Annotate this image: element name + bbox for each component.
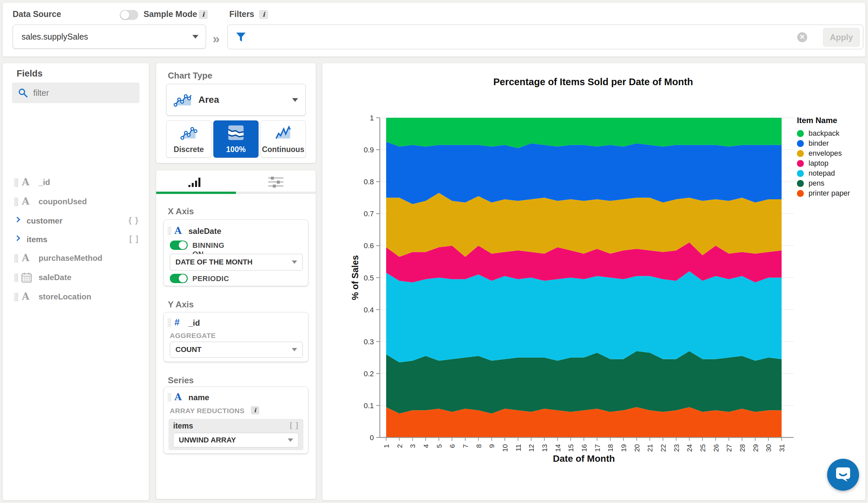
bin-unit-value: DATE OF THE MONTH — [175, 258, 252, 266]
x-tick-label: 11 — [514, 444, 522, 451]
filter-query-input[interactable] — [251, 26, 789, 48]
stacked-area-chart: 00.10.20.30.40.50.60.70.80.9112345678910… — [322, 63, 865, 500]
x-tick-label: 1 — [382, 444, 390, 448]
data-source-select[interactable]: sales.supplySales — [13, 24, 206, 49]
x-tick-label: 5 — [435, 444, 443, 448]
calendar-icon — [21, 272, 32, 283]
chart-type-value: Area — [198, 94, 219, 105]
x-tick-label: 18 — [607, 444, 614, 452]
array-type-icon: [ ] — [129, 234, 139, 243]
field-label: couponUsed — [39, 197, 87, 206]
x-tick-label: 25 — [699, 444, 706, 452]
chart-type-select[interactable]: Area — [166, 84, 306, 116]
area-series-pens — [386, 351, 782, 413]
x-tick-label: 30 — [765, 444, 772, 452]
field-row-id[interactable]: A _id — [3, 175, 149, 190]
array-reductions-info-icon[interactable]: i — [251, 406, 259, 414]
series-section-title: Series — [168, 375, 194, 385]
y-axis-title: % of Sales — [350, 255, 360, 300]
active-tab-indicator — [156, 192, 236, 194]
field-label: storeLocation — [39, 292, 91, 301]
chat-widget-button[interactable] — [827, 459, 859, 491]
filter-bar: ✕ Apply — [227, 24, 863, 49]
field-row-items[interactable]: items [ ] — [3, 232, 149, 248]
chevron-down-icon — [193, 35, 198, 39]
reduction-select[interactable]: UNWIND ARRAY — [173, 433, 299, 447]
x-axis-title: Date of Month — [553, 453, 615, 464]
aggregate-select[interactable]: COUNT — [170, 342, 303, 358]
tab-customize[interactable] — [236, 170, 316, 192]
legend-items: backpackbinderenvelopeslaptopnotepadpens… — [797, 128, 863, 198]
binning-toggle[interactable] — [170, 241, 188, 250]
variant-discrete-button[interactable]: Discrete — [166, 120, 211, 158]
chevron-right-icon — [14, 235, 20, 241]
toggle-knob — [179, 241, 187, 249]
x-tick-label: 15 — [567, 444, 575, 452]
field-label: _id — [39, 178, 50, 187]
sample-mode-info-icon[interactable]: i — [199, 10, 208, 19]
variant-continuous-button[interactable]: Continuous — [260, 120, 306, 158]
y-tick-label: 0.8 — [363, 178, 374, 186]
legend-swatch-icon — [797, 190, 804, 197]
variant-100-button[interactable]: 100% — [213, 120, 259, 158]
drag-handle-icon — [14, 273, 18, 282]
apply-button[interactable]: Apply — [823, 28, 860, 47]
bin-unit-select[interactable]: DATE OF THE MONTH — [170, 254, 303, 271]
legend-swatch-icon — [797, 160, 804, 167]
field-row-purchasemethod[interactable]: A purchaseMethod — [3, 251, 149, 266]
drag-handle-icon — [168, 227, 171, 235]
y-tick-label: 0.7 — [363, 210, 374, 218]
funnel-icon — [236, 32, 246, 42]
legend-swatch-icon — [797, 130, 804, 137]
x-tick-label: 12 — [527, 444, 535, 452]
bar-chart-icon — [188, 176, 204, 187]
field-row-storelocation[interactable]: A storeLocation — [3, 290, 149, 305]
x-tick-label: 24 — [685, 444, 693, 452]
sample-mode-toggle[interactable] — [120, 10, 138, 20]
field-filter-input[interactable] — [33, 84, 133, 101]
variant-label: Discrete — [166, 145, 211, 154]
clear-filter-icon[interactable]: ✕ — [797, 32, 807, 42]
area-series-printer-paper — [386, 407, 782, 437]
field-label: purchaseMethod — [39, 253, 102, 263]
field-row-couponused[interactable]: A couponUsed — [3, 194, 149, 210]
data-source-value: sales.supplySales — [22, 32, 88, 42]
field-row-customer[interactable]: customer { } — [3, 213, 149, 229]
legend-swatch-icon — [797, 140, 804, 147]
area-series-binder — [386, 142, 782, 204]
aggregate-value: COUNT — [175, 345, 202, 354]
reduction-field-name: items — [173, 422, 193, 431]
legend-label: notepad — [808, 169, 835, 178]
toggle-knob — [121, 11, 129, 19]
tab-encode[interactable] — [156, 170, 236, 192]
x-tick-label: 10 — [501, 444, 509, 452]
data-source-label: Data Source — [13, 9, 61, 19]
encoding-panel: X Axis A saleDate BINNING ON DATE OF THE… — [156, 170, 316, 499]
legend-item: laptop — [797, 158, 863, 168]
variant-label: Continuous — [261, 145, 306, 154]
legend-label: pens — [808, 179, 825, 188]
chevron-down-icon — [292, 348, 297, 351]
drag-handle-icon — [14, 198, 18, 206]
y-tick-label: 0.3 — [363, 338, 374, 346]
legend-label: laptop — [808, 159, 828, 168]
array-reductions-label: ARRAY REDUCTIONS — [170, 407, 245, 415]
string-type-icon: A — [22, 252, 30, 263]
x-tick-label: 8 — [475, 444, 483, 448]
field-label: saleDate — [39, 273, 71, 282]
y-axis-field-name: _id — [188, 318, 200, 328]
periodic-toggle[interactable] — [170, 274, 188, 283]
x-tick-label: 9 — [488, 444, 495, 448]
object-type-icon: { } — [128, 215, 139, 225]
area-series-backpack — [386, 118, 782, 148]
drag-handle-icon — [14, 254, 18, 263]
variant-label: 100% — [214, 145, 258, 154]
field-row-saledate[interactable]: saleDate — [3, 270, 149, 285]
aggregate-label: AGGREGATE — [170, 332, 216, 340]
legend-swatch-icon — [797, 180, 804, 187]
chevron-right-icon — [14, 217, 20, 223]
legend-label: binder — [808, 139, 829, 148]
x-axis-field-card: A saleDate BINNING ON DATE OF THE MONTH … — [164, 220, 308, 286]
filters-info-icon[interactable]: i — [259, 10, 268, 19]
collapse-icon[interactable]: » — [213, 32, 220, 46]
